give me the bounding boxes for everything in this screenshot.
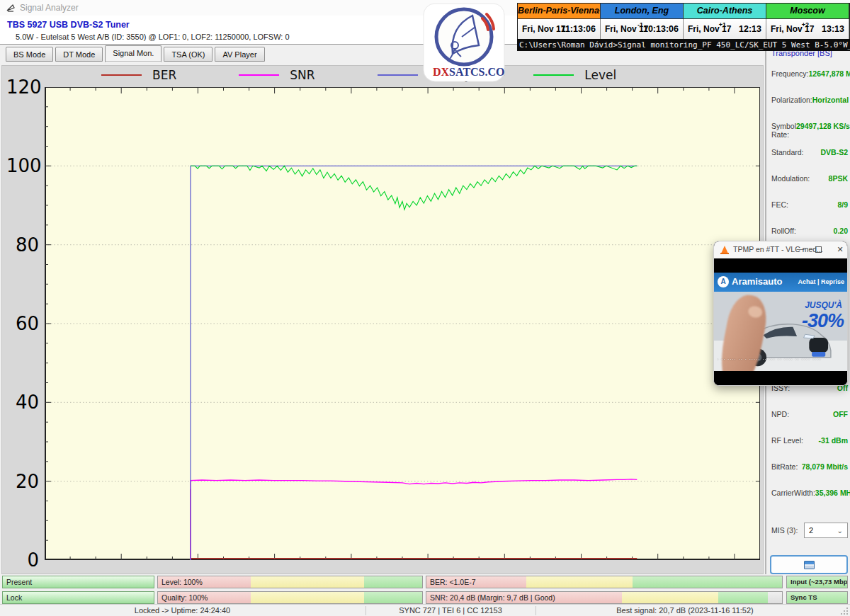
clock-time-cell: Fri, Nov 17+112:13	[684, 19, 766, 40]
mis-select[interactable]: 2 ⌄	[804, 523, 848, 538]
vlc-titlebar[interactable]: TPMP en #TT - VLC med... — ✕	[714, 241, 847, 258]
clock-time: 12:13	[739, 24, 761, 34]
field-label: Frequency:	[771, 69, 809, 79]
statusbar: Locked -> Uptime: 24:24:40 SYNC 727 | TE…	[0, 604, 850, 616]
ad-brand: Aramisauto	[732, 276, 783, 287]
transponder-field-fec: FEC:8/9	[771, 200, 848, 210]
ad-caption: · ·· ···· ·· · ····· ·· ··· ·· ···· ·· ·…	[717, 357, 844, 362]
bar-label: Quality: 100%	[162, 593, 208, 602]
legend-label: SNR	[290, 68, 314, 82]
transponder-field-rflevel: RF Level:-31 dBm	[771, 436, 848, 446]
y-tick-label: 60	[6, 313, 39, 334]
ts-capture-button[interactable]	[770, 555, 848, 574]
legend-snr: SNR	[239, 68, 314, 82]
chart-canvas	[45, 87, 760, 560]
flag-lock: Lock	[2, 591, 154, 604]
legend-label: Level	[584, 68, 616, 82]
tab-signal-mon-[interactable]: Signal Mon.	[105, 45, 162, 62]
transponder-field-frequency: Frequency:12647,878 MHz	[771, 69, 848, 79]
monitor-icon	[804, 561, 815, 569]
bar-label: SNR: 20,4 dB (Margin: 9,7 dB | Good)	[430, 593, 555, 602]
maximize-button[interactable]	[815, 246, 822, 253]
field-label: FEC:	[771, 200, 788, 210]
field-value: 0.20	[834, 227, 848, 236]
clock-time-cell: Fri, Nov 17+213:13	[766, 19, 849, 40]
transponder-field-npd: NPD:OFF	[771, 410, 848, 420]
clock-header-moscow: Moscow	[766, 4, 849, 19]
y-tick-label: 0	[6, 549, 39, 571]
transponder-field-carrierwidth: CarrierWidth:35,396 MHz	[771, 489, 848, 498]
clock-time-cell: Fri, Nov 1711:13:06	[518, 19, 601, 40]
statusbar-lock-uptime: Locked -> Uptime: 24:24:40	[0, 605, 365, 616]
clock-header-cairo-athens: Cairo-Athens	[684, 4, 766, 19]
chevron-down-icon: ⌄	[837, 527, 843, 535]
ber-bar: BER: <1.0E-7	[426, 576, 783, 588]
flag-present: Present	[2, 576, 154, 588]
clock-header-london-eng: London, Eng	[601, 4, 684, 19]
bar-label: Level: 100%	[162, 578, 203, 586]
level-bar: Level: 100%	[157, 576, 423, 588]
dxsatcs-logo: DXSATCS.COM	[423, 3, 505, 82]
legend-ber: BER	[101, 68, 176, 82]
bar-label: Sync TS	[790, 593, 817, 601]
statusbar-sync-counters: SYNC 727 | TEI 6 | CC 12153	[366, 605, 535, 616]
transponder-field-polarization: Polarization:Horizontal	[771, 96, 848, 105]
clock-date: Fri, Nov 17	[522, 24, 565, 34]
y-tick-label: 80	[6, 234, 39, 256]
series-ber	[191, 489, 637, 559]
tab-bs-mode[interactable]: BS Mode	[6, 47, 53, 62]
tab-tsa-ok-[interactable]: TSA (OK)	[164, 47, 212, 62]
y-tick-label: 40	[6, 392, 39, 413]
bar-zone-empty	[768, 592, 782, 603]
clock-utc-offset: +2	[802, 21, 809, 28]
input-bitrate-bar: Input (~23,73 Mbps)	[786, 576, 848, 588]
field-value: 78,079 Mbit/s	[802, 462, 848, 472]
clock-utc-offset: +1	[719, 21, 726, 28]
field-value: OFF	[833, 410, 848, 420]
series-snr	[191, 479, 637, 560]
ad-promo-big: -30%	[802, 310, 844, 332]
field-value: 8PSK	[829, 174, 848, 184]
logo-text-rest: SATCS.COM	[449, 66, 505, 78]
clock-time: 13:13	[822, 24, 844, 34]
tab-dt-mode[interactable]: DT Mode	[55, 47, 103, 62]
ad-links: Achat | Reprise	[798, 278, 844, 285]
field-label: RollOff:	[771, 227, 796, 236]
series-quality	[191, 166, 637, 560]
quality-bar: Quality: 100%	[157, 591, 423, 604]
field-label: RF Level:	[771, 436, 803, 446]
bar-zone-green	[718, 592, 768, 603]
bar-label: Input (~23,73 Mbps)	[790, 578, 848, 586]
world-clocks: Berlin-Paris-Vienna-RomaLondon, EngCairo…	[517, 3, 850, 39]
plot-area	[45, 87, 760, 560]
mis-value: 2	[809, 526, 813, 535]
close-button[interactable]: ✕	[834, 244, 846, 256]
resize-grip[interactable]	[840, 607, 849, 615]
screen: Signal Analyzer TBS 5927 USB DVB-S2 Tune…	[0, 0, 850, 616]
minimize-button[interactable]: —	[795, 244, 806, 255]
field-label: Symbol Rate:	[771, 122, 796, 132]
legend-level: Level	[533, 68, 616, 82]
clock-time: 10:13:06	[643, 24, 679, 34]
legend-line-icon	[239, 74, 279, 76]
field-label: Standard:	[771, 148, 804, 158]
vlc-video[interactable]: A Aramisauto Achat | Reprise JUSQU'À -30…	[714, 258, 847, 386]
field-label: Polarization:	[771, 96, 812, 105]
field-label: BitRate:	[771, 462, 798, 472]
bar-zone-yellow	[526, 576, 633, 588]
ad-banner: A Aramisauto Achat | Reprise	[714, 273, 847, 292]
mis-row: MIS (3): 2 ⌄	[771, 523, 848, 538]
snr-bar: SNR: 20,4 dB (Margin: 9,7 dB | Good)	[426, 591, 783, 604]
chart-legend: BERSNRQualityLevel	[101, 68, 679, 82]
field-value: 12647,878 MHz	[809, 69, 850, 79]
window-title: Signal Analyzer	[20, 3, 79, 13]
transponder-field-modulation: Modulation:8PSK	[771, 174, 848, 184]
y-tick-label: 100	[6, 155, 39, 176]
command-prompt[interactable]: C:\Users\Roman Dávid>Signal monitoring_P…	[517, 39, 850, 51]
series-level	[191, 166, 637, 210]
tab-av-player[interactable]: AV Player	[215, 47, 264, 62]
mode-tabs: BS ModeDT ModeSignal Mon.TSA (OK)AV Play…	[6, 47, 265, 64]
field-value: DVB-S2	[820, 148, 848, 158]
bar-zone-green	[633, 576, 782, 588]
legend-line-icon	[101, 74, 142, 76]
